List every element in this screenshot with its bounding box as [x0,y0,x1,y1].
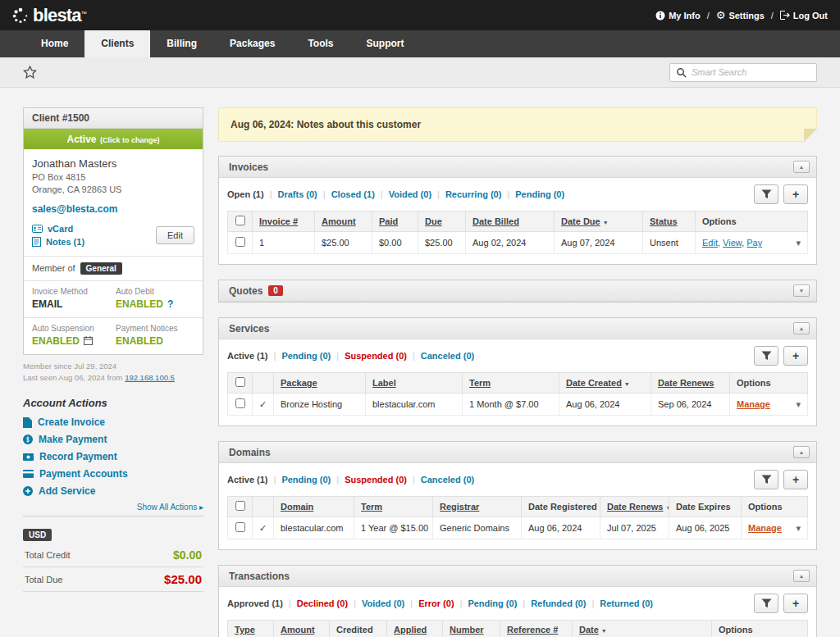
column-reference[interactable]: Reference # [507,625,558,635]
invoice-edit-link[interactable]: Edit [702,238,718,248]
log-out-label: Log Out [793,11,828,20]
column-date-created[interactable]: Date Created [566,378,622,388]
log-out-link[interactable]: Log Out [780,11,828,20]
column-number[interactable]: Number [450,625,484,635]
column-applied[interactable]: Applied [394,625,427,635]
column-label[interactable]: Label [372,378,396,388]
invoice-pay-link[interactable]: Pay [746,238,762,248]
column-status[interactable]: Status [650,216,678,226]
filter-active[interactable]: Active (1) [227,351,281,361]
record-payment-link[interactable]: Record Payment [39,451,117,462]
customer-notes-banner[interactable]: Aug 06, 2024: Notes about this customer [218,107,817,142]
column-due[interactable]: Due [425,216,442,226]
filter-refunded[interactable]: Refunded (0) [531,598,600,608]
nav-support[interactable]: Support [350,30,421,57]
filter-canceled[interactable]: Canceled (0) [421,351,474,361]
vcard-label: vCard [48,224,73,234]
column-term[interactable]: Term [361,502,382,512]
domain-manage-link[interactable]: Manage [748,523,782,533]
column-paid[interactable]: Paid [379,216,398,226]
filter-returned[interactable]: Returned (0) [600,598,653,608]
add-invoice-button[interactable]: + [783,184,808,204]
filter-recurring[interactable]: Recurring (0) [445,189,515,199]
nav-home[interactable]: Home [25,30,84,57]
funnel-icon [761,475,772,485]
column-date-billed[interactable]: Date Billed [472,216,519,226]
invoices-filter-button[interactable] [754,184,778,204]
create-invoice-link[interactable]: Create Invoice [38,416,105,428]
filter-voided[interactable]: Voided (0) [362,598,418,608]
column-date-renews[interactable]: Date Renews [658,378,714,388]
column-type[interactable]: Type [235,625,255,635]
filter-pending[interactable]: Pending (0) [468,598,531,608]
quick-links-star-button[interactable] [23,66,37,79]
quotes-expand-button[interactable]: ▼ [793,284,810,297]
invoices-collapse-button[interactable]: ▲ [793,161,810,173]
select-all-checkbox[interactable] [235,501,245,511]
filter-pending[interactable]: Pending (0) [281,475,345,485]
search-input[interactable] [692,67,810,77]
column-domain[interactable]: Domain [281,502,313,512]
services-collapse-button[interactable]: ▲ [793,322,810,334]
nav-tools[interactable]: Tools [291,30,349,57]
client-status-banner[interactable]: Active (Click to change) [24,129,203,149]
filter-drafts[interactable]: Drafts (0) [277,189,331,199]
filter-pending[interactable]: Pending (0) [281,351,345,361]
filter-active[interactable]: Active (1) [227,475,281,485]
notes-link[interactable]: Notes (1) [32,237,84,247]
row-checkbox[interactable] [235,398,245,408]
nav-clients[interactable]: Clients [84,30,150,57]
add-service-link[interactable]: Add Service [39,485,95,497]
transactions-filter-button[interactable] [754,594,778,613]
domains-filter-button[interactable] [754,470,778,489]
filter-closed[interactable]: Closed (1) [331,189,389,199]
column-package[interactable]: Package [281,378,317,388]
column-date-due[interactable]: Date Due [561,216,600,226]
show-all-actions-link[interactable]: Show All Actions ▸ [137,503,203,512]
column-amount[interactable]: Amount [322,216,356,226]
transactions-collapse-button[interactable]: ▲ [793,570,810,582]
row-checkbox[interactable] [235,522,245,532]
auto-debit-help-link[interactable]: ? [167,298,173,310]
select-all-checkbox[interactable] [235,377,245,387]
filter-voided[interactable]: Voided (0) [389,189,445,199]
filter-canceled[interactable]: Canceled (0) [421,475,474,485]
nav-packages[interactable]: Packages [213,30,291,57]
row-checkbox[interactable] [235,237,245,247]
my-info-link[interactable]: My Info [655,11,701,20]
settings-link[interactable]: ⚙ Settings [716,10,765,20]
payment-accounts-link[interactable]: Payment Accounts [39,468,128,480]
add-service-button[interactable]: + [783,346,808,366]
client-email-link[interactable]: sales@blesta.com [32,203,117,215]
filter-pending[interactable]: Pending (0) [515,189,564,199]
invoice-view-link[interactable]: View [723,238,742,248]
filter-error[interactable]: Error (0) [418,598,468,608]
filter-approved[interactable]: Approved (1) [227,598,297,608]
column-date-renews[interactable]: Date Renews [607,502,663,512]
row-expand-chevron-icon[interactable]: ▾ [796,400,801,409]
last-seen-ip-link[interactable]: 192.168.100.5 [125,373,175,382]
collapse-up-icon: ▲ [799,325,804,331]
make-payment-link[interactable]: Make Payment [39,434,107,445]
add-domain-button[interactable]: + [783,470,808,489]
filter-suspended[interactable]: Suspended (0) [345,351,421,361]
search-box [669,63,817,82]
service-manage-link[interactable]: Manage [737,399,770,409]
column-term[interactable]: Term [469,378,491,388]
add-transaction-button[interactable]: + [783,594,808,613]
select-all-checkbox[interactable] [235,216,245,225]
column-invoice-number[interactable]: Invoice # [259,216,298,226]
column-date[interactable]: Date [579,625,599,635]
filter-suspended[interactable]: Suspended (0) [345,475,421,485]
domains-collapse-button[interactable]: ▲ [793,446,810,458]
column-registrar[interactable]: Registrar [440,502,479,512]
nav-billing[interactable]: Billing [150,30,213,57]
row-expand-chevron-icon[interactable]: ▾ [796,239,801,248]
vcard-link[interactable]: vCard [32,224,84,234]
services-filter-button[interactable] [754,346,778,366]
filter-open[interactable]: Open (1) [227,189,277,199]
filter-declined[interactable]: Declined (0) [297,598,362,608]
edit-client-button[interactable]: Edit [156,226,194,244]
column-amount[interactable]: Amount [281,625,315,635]
row-expand-chevron-icon[interactable]: ▾ [796,524,801,533]
